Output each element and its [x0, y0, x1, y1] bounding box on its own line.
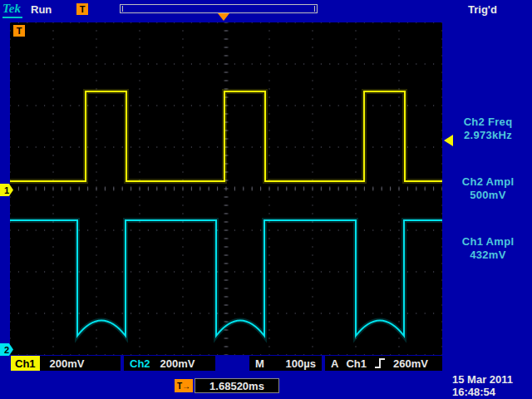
ch1-channel-badge: Ch1: [11, 356, 40, 371]
record-view-start-tick: [122, 6, 123, 12]
rising-edge-slope-icon: [374, 357, 386, 369]
trigger-source-label: Ch1: [346, 357, 367, 370]
trigger-delay-icon: T→: [175, 379, 193, 392]
trigger-readout: A Ch1 260mV: [325, 356, 442, 371]
measurement-label: Ch2 Ampl: [446, 175, 530, 189]
ch1-waveform-glow: [10, 91, 442, 181]
horizontal-position-value: 1.68520ms: [195, 378, 279, 393]
timebase-readout: M 100µs: [249, 356, 322, 371]
horizontal-position-readout: T→ 1.68520ms: [175, 378, 279, 393]
date-text: 15 Mar 2011: [452, 373, 513, 386]
ch2-scale-readout: Ch2 200mV: [124, 356, 215, 371]
record-view-bar: [120, 4, 318, 13]
measurement-value: 2.973kHz: [446, 129, 530, 142]
trigger-status: Trig'd: [468, 3, 497, 16]
ch2-volts-per-div: 200mV: [160, 357, 195, 370]
measurement-value: 500mV: [446, 189, 530, 202]
measurement-ch1-ampl: Ch1 Ampl 432mV: [446, 235, 530, 262]
trigger-mode-label: A: [331, 357, 338, 370]
trigger-position-icon: T: [76, 3, 88, 15]
measurement-label: Ch1 Ampl: [446, 235, 530, 249]
acquisition-state: Run: [31, 3, 52, 16]
timebase-label: M: [255, 357, 264, 370]
oscilloscope-screen: Tek Run T Trig'd T 1 2 Ch2 Freq 2.973kHz…: [0, 0, 532, 399]
measurement-label: Ch2 Freq: [446, 116, 530, 129]
ch2-channel-label: Ch2: [130, 357, 150, 370]
tek-logo: Tek: [2, 2, 22, 18]
time-per-div: 100µs: [286, 357, 316, 370]
waveform-canvas: [10, 22, 442, 355]
ch2-waveform-glow: [10, 220, 442, 336]
graticule-area: [10, 22, 442, 355]
trigger-time-marker: T: [13, 25, 25, 37]
datetime-display: 15 Mar 2011 16:48:54: [452, 373, 513, 398]
measurement-ch2-freq: Ch2 Freq 2.973kHz: [446, 116, 530, 142]
ch1-scale-readout: Ch1 200mV: [11, 356, 121, 371]
measurement-value: 432mV: [446, 249, 530, 262]
trigger-level-value: 260mV: [393, 357, 428, 370]
record-view-end-tick: [314, 6, 315, 12]
measurement-ch2-ampl: Ch2 Ampl 500mV: [446, 175, 530, 202]
trigger-position-arrow-icon: [218, 13, 229, 21]
time-text: 16:48:54: [452, 386, 513, 398]
ch1-volts-per-div: 200mV: [50, 357, 85, 370]
